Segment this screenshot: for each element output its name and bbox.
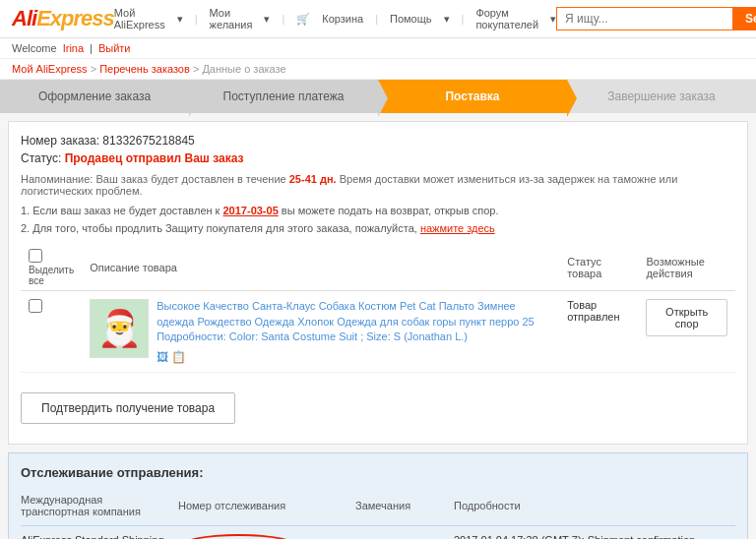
tracking-company-cell: AliExpress Standard Shipping (21, 526, 178, 539)
select-all-checkbox[interactable] (29, 249, 42, 263)
confirm-btn-row: Подтвердить получение товара (21, 385, 735, 432)
note1-prefix: 1. Если ваш заказ не будет доставлен к (21, 205, 223, 216)
order-status-row: Статус: Продавец отправил Ваш заказ (21, 151, 735, 165)
step-delivery: Поставка (378, 80, 567, 113)
welcome-bar: Welcome Irina | Выйти (0, 38, 756, 59)
wishlist-link[interactable]: Мои желания (210, 7, 253, 30)
product-link[interactable]: Высокое Качество Санта-Клаус Собака Кост… (157, 300, 535, 342)
reminder-text: Ваш заказ будет доставлен в течение (96, 173, 286, 185)
th-actions: Возможные действия (638, 245, 735, 291)
reminder: Напоминание: Ваш заказ будет доставлен в… (21, 173, 735, 197)
forum-link[interactable]: Форум покупателей (475, 7, 538, 30)
order-number-row: Номер заказа: 81332675218845 (21, 134, 735, 148)
tracking-number-cell: RU020060136HK (178, 526, 355, 539)
breadcrumb-current: Данные о заказе (202, 63, 285, 75)
step-checkout: Оформление заказа (0, 80, 189, 113)
table-row: Высокое Качество Санта-Клаус Собака Кост… (21, 291, 735, 373)
note1-date: 2017-03-05 (223, 205, 279, 216)
reminder-label: Напоминание: (21, 173, 93, 185)
search-button[interactable]: Search (733, 7, 756, 30)
step-payment: Поступление платежа (189, 80, 378, 113)
row-checkbox-cell (21, 291, 82, 373)
th-remarks: Замечания (355, 490, 454, 526)
product-info: Высокое Качество Санта-Клаус Собака Кост… (157, 299, 551, 364)
tracking-table: Международная транспортная компания Номе… (21, 490, 735, 539)
tracking-title: Отслеживание отправления: (21, 465, 735, 480)
top-nav: AliExpress Мой AliExpress ▾ | Мои желани… (0, 0, 756, 38)
progress-bar: Оформление заказа Поступление платежа По… (0, 80, 756, 113)
product-image (90, 299, 149, 358)
note2-link[interactable]: нажмите здесь (420, 222, 495, 234)
confirm-receipt-button[interactable]: Подтвердить получение товара (21, 392, 235, 424)
tracking-remarks-cell (355, 526, 454, 539)
search-bar: Search ▾ (556, 7, 756, 30)
note1-suffix: вы можете подать на возврат, открыв спор… (279, 205, 499, 216)
nav-sep2: ▾ (264, 13, 270, 26)
row-checkbox[interactable] (29, 299, 42, 313)
cart-icon: 🛒 (296, 13, 310, 26)
th-details: Подробности (454, 490, 735, 526)
main-content: Номер заказа: 81332675218845 Статус: Про… (8, 121, 748, 445)
image-icon: 🖼 📋 (157, 350, 186, 364)
th-company: Международная транспортная компания (21, 490, 178, 526)
help-link[interactable]: Помощь (390, 13, 432, 25)
th-select: Выделить все (21, 245, 82, 291)
open-dispute-button[interactable]: Открыть спор (646, 299, 727, 336)
note-1: 1. Если ваш заказ не будет доставлен к 2… (21, 203, 735, 220)
breadcrumb-orders-list[interactable]: Перечень заказов (99, 63, 190, 75)
breadcrumb-my-aliexpress[interactable]: Мой AliExpress (12, 63, 88, 75)
search-input[interactable] (556, 7, 733, 30)
cart-link[interactable]: Корзина (322, 13, 363, 25)
reminder-list: 1. Если ваш заказ не будет доставлен к 2… (21, 203, 735, 237)
timestamp-text: 2017.01.04 17:38 (GMT-7): Shipment confi… (454, 534, 727, 539)
row-status-cell: Товар отправлен (559, 291, 638, 373)
tracking-row: AliExpress Standard Shipping RU020060136… (21, 526, 735, 539)
product-icons: 🖼 📋 (157, 348, 551, 364)
nav-links: Мой AliExpress ▾ | Мои желания ▾ | 🛒 Кор… (114, 7, 556, 30)
tracking-details-cell: 2017.01.04 17:38 (GMT-7): Shipment confi… (454, 526, 735, 539)
th-description: Описание товара (82, 245, 559, 291)
select-all-label: Выделить все (29, 265, 74, 286)
row-action-cell: Открыть спор (638, 291, 735, 373)
tracking-number: RU020060136HK (178, 534, 299, 539)
th-status: Статус товара (559, 245, 638, 291)
tracking-timestamp: 2017.01.04 17:38 (GMT-7): Shipment confi… (454, 534, 727, 539)
note-2: 2. Для того, чтобы продлить Защиту покуп… (21, 220, 735, 238)
reminder-days: 25-41 дн. (289, 173, 337, 185)
my-aliexpress-link[interactable]: Мой AliExpress (114, 7, 165, 30)
nav-sep1: ▾ (177, 13, 183, 26)
welcome-separator: | (90, 42, 93, 54)
th-tracking-number: Номер отслеживания (178, 490, 355, 526)
order-table: Выделить все Описание товара Статус това… (21, 245, 735, 373)
tracking-section: Отслеживание отправления: Международная … (8, 452, 748, 539)
breadcrumb: Мой AliExpress > Перечень заказов > Данн… (0, 59, 756, 80)
nav-sep3: ▾ (444, 13, 450, 26)
logout-link[interactable]: Выйти (98, 42, 131, 54)
note2-prefix: 2. Для того, чтобы продлить Защиту покуп… (21, 222, 417, 234)
logo[interactable]: AliExpress (12, 6, 114, 31)
order-number-value: 81332675218845 (102, 134, 194, 148)
order-info: Номер заказа: 81332675218845 Статус: Про… (21, 134, 735, 165)
order-status-value: Продавец отправил Ваш заказ (65, 151, 244, 165)
order-number-label: Номер заказа: (21, 134, 99, 148)
row-product-cell: Высокое Качество Санта-Клаус Собака Кост… (82, 291, 559, 373)
welcome-text: Welcome (12, 42, 57, 54)
step-complete: Завершение заказа (567, 80, 756, 113)
username-link[interactable]: Irina (63, 42, 84, 54)
order-status-label: Статус: (21, 151, 61, 165)
